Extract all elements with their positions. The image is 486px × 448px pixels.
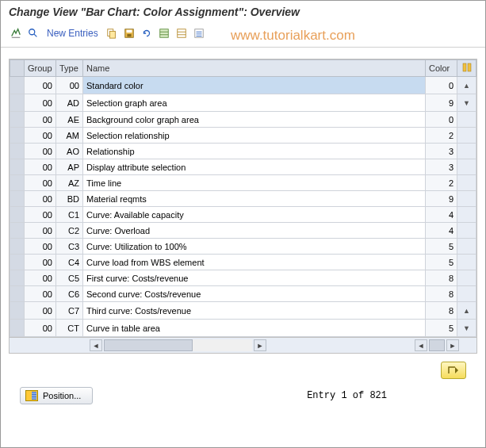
name-cell[interactable]: Curve in table area [83, 320, 426, 337]
group-cell[interactable]: 00 [25, 270, 56, 286]
color-cell[interactable]: 4 [426, 223, 457, 239]
save-icon[interactable] [122, 26, 136, 40]
type-cell[interactable]: CT [56, 320, 83, 337]
header-row-handle[interactable] [10, 60, 25, 77]
type-cell[interactable]: BD [56, 191, 83, 207]
vscroll-cell[interactable] [457, 144, 476, 159]
header-group[interactable]: Group [25, 60, 56, 77]
deselect-all-icon[interactable] [174, 26, 189, 40]
name-cell[interactable]: Standard color [83, 77, 426, 94]
group-cell[interactable]: 00 [25, 239, 56, 255]
name-cell[interactable]: Relationship [83, 144, 426, 159]
vscroll-cell[interactable] [457, 128, 476, 144]
table-row[interactable]: 00C3Curve: Utilization to 100%5 [10, 239, 476, 255]
color-cell[interactable]: 2 [426, 128, 457, 144]
type-cell[interactable]: AM [56, 128, 83, 144]
copy-icon[interactable] [105, 26, 119, 40]
header-color[interactable]: Color [426, 60, 457, 77]
table-row[interactable]: 00AEBackground color graph area0 [10, 112, 476, 128]
color-cell[interactable]: 9 [426, 94, 457, 112]
type-cell[interactable]: C1 [56, 207, 83, 223]
type-cell[interactable]: C4 [56, 255, 83, 270]
table-row[interactable]: 00AMSelection relationship2 [10, 128, 476, 144]
table-row[interactable]: 00CTCurve in table area5▼ [10, 320, 476, 337]
expand-button[interactable] [441, 362, 466, 379]
group-cell[interactable]: 00 [25, 94, 56, 112]
name-cell[interactable]: First curve: Costs/revenue [83, 270, 426, 286]
color-cell[interactable]: 8 [426, 286, 457, 302]
type-cell[interactable]: AP [56, 159, 83, 175]
color-cell[interactable]: 5 [426, 320, 457, 337]
table-row[interactable]: 00ADSelection graph area9▼ [10, 94, 476, 112]
name-cell[interactable]: Material reqmts [83, 191, 426, 207]
group-cell[interactable]: 00 [25, 207, 56, 223]
name-cell[interactable]: Second curve: Costs/revenue [83, 286, 426, 302]
color-cell[interactable]: 5 [426, 255, 457, 270]
group-cell[interactable]: 00 [25, 302, 56, 320]
name-cell[interactable]: Display attribute selection [83, 159, 426, 175]
name-cell[interactable]: Third curve: Costs/revenue [83, 302, 426, 320]
table-row[interactable]: 00C1Curve: Available capacity4 [10, 207, 476, 223]
row-handle[interactable] [10, 239, 25, 255]
row-handle[interactable] [10, 255, 25, 270]
row-handle[interactable] [10, 112, 25, 128]
name-cell[interactable]: Selection graph area [83, 94, 426, 112]
new-entries-button[interactable]: New Entries [44, 28, 101, 39]
horizontal-scrollbar[interactable]: ◄ ► ◄ ► [10, 337, 476, 353]
header-type[interactable]: Type [56, 60, 83, 77]
delete-icon[interactable] [192, 26, 206, 40]
name-cell[interactable]: Curve load from WBS element [83, 255, 426, 270]
vscroll-cell[interactable] [457, 286, 476, 302]
vscroll-cell[interactable] [457, 223, 476, 239]
row-handle[interactable] [10, 128, 25, 144]
color-cell[interactable]: 8 [426, 302, 457, 320]
row-handle[interactable] [10, 302, 25, 320]
vscroll-cell[interactable]: ▼ [457, 94, 476, 112]
vscroll-cell[interactable] [457, 239, 476, 255]
row-handle[interactable] [10, 191, 25, 207]
group-cell[interactable]: 00 [25, 144, 56, 159]
color-cell[interactable]: 3 [426, 144, 457, 159]
scroll-right2-icon[interactable]: ► [446, 339, 459, 351]
table-row[interactable]: 00C5First curve: Costs/revenue8 [10, 270, 476, 286]
vscroll-cell[interactable] [457, 191, 476, 207]
vscroll-cell[interactable]: ▲ [457, 77, 476, 94]
find-icon[interactable] [26, 26, 40, 40]
color-cell[interactable]: 5 [426, 239, 457, 255]
header-name[interactable]: Name [83, 60, 426, 77]
type-cell[interactable]: AD [56, 94, 83, 112]
group-cell[interactable]: 00 [25, 175, 56, 191]
color-cell[interactable]: 9 [426, 191, 457, 207]
row-handle[interactable] [10, 320, 25, 337]
position-button[interactable]: Position... [20, 387, 93, 404]
group-cell[interactable]: 00 [25, 286, 56, 302]
row-handle[interactable] [10, 223, 25, 239]
color-cell[interactable]: 2 [426, 175, 457, 191]
toggle-display-icon[interactable] [9, 26, 23, 40]
row-handle[interactable] [10, 270, 25, 286]
type-cell[interactable]: 00 [56, 77, 83, 94]
name-cell[interactable]: Curve: Overload [83, 223, 426, 239]
header-config-icon[interactable] [457, 60, 476, 77]
vscroll-cell[interactable] [457, 112, 476, 128]
type-cell[interactable]: AE [56, 112, 83, 128]
row-handle[interactable] [10, 207, 25, 223]
type-cell[interactable]: C2 [56, 223, 83, 239]
row-handle[interactable] [10, 144, 25, 159]
color-cell[interactable]: 0 [426, 112, 457, 128]
table-row[interactable]: 00AZTime line2 [10, 175, 476, 191]
vscroll-cell[interactable]: ▲ [457, 302, 476, 320]
undo-icon[interactable] [140, 26, 154, 40]
table-row[interactable]: 00C6Second curve: Costs/revenue8 [10, 286, 476, 302]
group-cell[interactable]: 00 [25, 223, 56, 239]
color-cell[interactable]: 4 [426, 207, 457, 223]
row-handle[interactable] [10, 94, 25, 112]
scroll-left-icon[interactable]: ◄ [90, 339, 102, 351]
name-cell[interactable]: Selection relationship [83, 128, 426, 144]
group-cell[interactable]: 00 [25, 320, 56, 337]
group-cell[interactable]: 00 [25, 77, 56, 94]
name-cell[interactable]: Curve: Utilization to 100% [83, 239, 426, 255]
name-cell[interactable]: Curve: Available capacity [83, 207, 426, 223]
color-cell[interactable]: 3 [426, 159, 457, 175]
select-all-icon[interactable] [157, 26, 171, 40]
